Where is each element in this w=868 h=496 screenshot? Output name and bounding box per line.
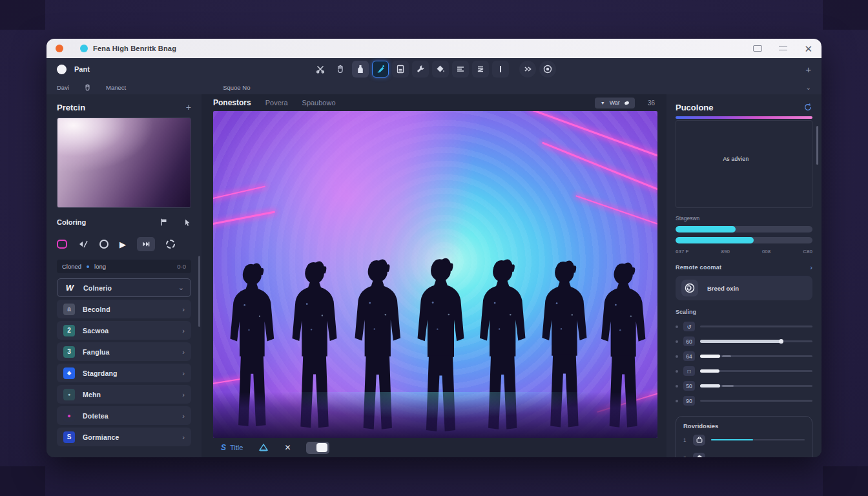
layer-row-fanglua[interactable]: 3 Fanglua › — [57, 342, 191, 361]
preview-scrollbar[interactable] — [816, 126, 818, 165]
layer-row-stagrdang[interactable]: ◆ Stagrdang › — [57, 364, 191, 382]
left-panel: Pretcin + Coloring ▶ — [46, 94, 202, 457]
layer-row-mehn[interactable]: ● Mehn › — [57, 385, 191, 404]
tab-ponestors[interactable]: Ponestors — [213, 98, 251, 107]
paradox-row[interactable]: 2 — [683, 450, 805, 457]
time-label: 890 — [721, 249, 730, 254]
tool-document-button[interactable] — [392, 61, 409, 78]
tool-layers-button[interactable] — [472, 61, 489, 78]
clip-tag: long — [94, 263, 106, 270]
paradox-row[interactable]: 1 — [683, 432, 805, 448]
slider-extra — [722, 385, 733, 387]
forward-button[interactable] — [519, 61, 536, 78]
skip-forward-button[interactable] — [137, 237, 155, 251]
slider-fill — [700, 384, 720, 388]
chevron-right-icon[interactable]: › — [182, 369, 185, 377]
stop-circle-button[interactable] — [99, 240, 108, 249]
slider-knob[interactable] — [779, 339, 783, 344]
slider-icon: 90 — [683, 396, 695, 406]
chevron-right-icon[interactable]: › — [182, 305, 185, 313]
canvas-tabbar: Ponestors Povera Spaubowo ▼ War 36 — [213, 94, 657, 111]
tool-bucket-button[interactable] — [432, 61, 449, 78]
refresh-icon[interactable] — [803, 103, 812, 112]
clip-row[interactable]: Cloned long 0-0 — [57, 260, 191, 273]
play-button[interactable]: ▶ — [119, 240, 126, 249]
s-icon: S — [221, 443, 226, 452]
chevron-right-icon[interactable]: › — [182, 412, 185, 420]
level-line — [711, 439, 805, 441]
layer-row-colnerio[interactable]: W Colnerio ⌄ — [57, 278, 191, 297]
layer-list: W Colnerio ⌄ a Becolnd › 2 Sacwoa › — [57, 278, 191, 446]
background-corner — [823, 466, 868, 496]
tool-brush-button[interactable] — [372, 61, 389, 78]
chevron-right-icon[interactable]: › — [182, 327, 185, 335]
traffic-light-close[interactable] — [56, 45, 63, 52]
slider-icon: 64 — [683, 351, 695, 361]
slider-track[interactable] — [700, 385, 812, 387]
chevron-down-icon[interactable]: ⌄ — [806, 84, 811, 91]
layer-row-becolnd[interactable]: a Becolnd › — [57, 300, 191, 318]
tool-align-button[interactable] — [452, 61, 469, 78]
color-gradient-preview[interactable] — [57, 118, 191, 208]
chevron-right-icon[interactable]: › — [810, 264, 812, 271]
hand-icon[interactable] — [83, 83, 92, 92]
tool-hand-button[interactable] — [332, 61, 349, 78]
right-panel-title: Pucolone — [676, 103, 714, 112]
shape-tool-button[interactable] — [57, 240, 67, 249]
minimize-icon[interactable] — [779, 46, 787, 50]
canvas-image[interactable] — [213, 111, 657, 438]
left-panel-scrollbar[interactable] — [198, 256, 200, 327]
scaling-header: Scaling — [676, 309, 812, 315]
loop-button[interactable] — [166, 240, 175, 249]
time-label: 637 F — [676, 249, 688, 254]
layer-row-sacwoa[interactable]: 2 Sacwoa › — [57, 321, 191, 340]
record-button[interactable] — [539, 61, 556, 78]
layer-label: Fanglua — [83, 348, 110, 356]
layer-row-dotetea[interactable]: ● Dotetea › — [57, 406, 191, 425]
menu-item-davi[interactable]: Davi — [57, 84, 69, 91]
tool-bar-button[interactable] — [492, 61, 509, 78]
clear-icon[interactable]: ✕ — [284, 443, 291, 452]
screenshot-icon[interactable] — [753, 45, 762, 52]
menu-item-squoe-no[interactable]: Squoe No — [223, 84, 250, 91]
document-icon — [395, 64, 406, 74]
remote-context-item[interactable]: Breed oxin — [676, 276, 812, 300]
slider-icon: 50 — [683, 381, 695, 391]
slider-track[interactable] — [700, 355, 812, 357]
tool-ink-bottle-button[interactable] — [352, 61, 369, 78]
row-dot — [676, 400, 678, 402]
add-preset-button[interactable]: + — [186, 102, 191, 112]
tool-repair-button[interactable] — [412, 61, 429, 78]
progress-bar-1 — [676, 226, 812, 232]
preview-toggle[interactable] — [306, 442, 329, 454]
chevron-right-icon[interactable]: › — [182, 433, 185, 441]
slider-track[interactable] — [700, 370, 812, 372]
slider-track[interactable] — [700, 400, 812, 402]
tab-spaubowo[interactable]: Spaubowo — [302, 99, 336, 107]
preview-caption: As advien — [723, 156, 749, 162]
traffic-light-minimize[interactable] — [80, 45, 88, 52]
war-dropdown[interactable]: ▼ War — [595, 98, 635, 108]
row-dot — [676, 355, 678, 358]
close-icon[interactable]: ✕ — [804, 44, 812, 54]
slider-track[interactable] — [700, 340, 812, 342]
title-toggle[interactable]: S Title — [221, 443, 243, 452]
chevron-right-icon[interactable]: › — [182, 348, 185, 356]
keyframe-icon[interactable] — [78, 240, 88, 249]
render-preview[interactable]: As advien — [676, 120, 812, 208]
triangle-tool-icon[interactable] — [258, 443, 269, 452]
chevron-right-icon[interactable]: › — [182, 391, 185, 398]
cursor-icon[interactable] — [183, 218, 191, 227]
time-label: C80 — [803, 249, 812, 254]
slider-track[interactable] — [700, 326, 812, 327]
flag-icon[interactable] — [160, 218, 169, 227]
background-corner — [0, 0, 45, 30]
menu-item-manect[interactable]: Manect — [106, 84, 126, 91]
chevron-down-icon[interactable]: ⌄ — [178, 284, 184, 292]
layer-row-gormiance[interactable]: S Gormiance › — [57, 428, 191, 446]
tab-povera[interactable]: Povera — [265, 99, 288, 107]
swirl-badge — [681, 280, 698, 296]
coloring-label: Coloring — [57, 218, 86, 226]
tool-cut-button[interactable] — [312, 61, 329, 78]
add-button[interactable]: + — [805, 64, 811, 75]
